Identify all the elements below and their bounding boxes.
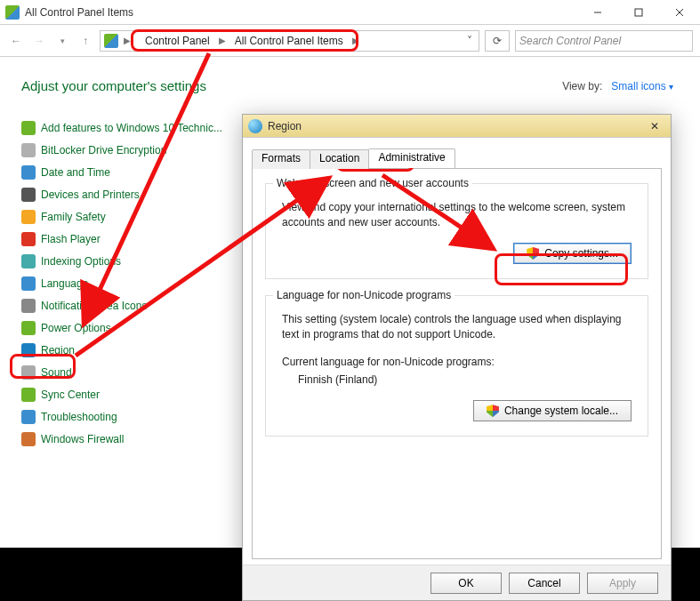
chevron-right-icon: ▶: [217, 36, 228, 45]
maximize-button[interactable]: [618, 0, 659, 25]
close-button[interactable]: [659, 0, 700, 25]
tab-strip: Formats Location Administrative: [252, 148, 662, 168]
cp-item-icon: [21, 276, 36, 291]
cp-item-label: Add features to Windows 10 Technic...: [41, 122, 222, 134]
cp-item-icon: [21, 165, 36, 180]
cp-item-icon: [21, 343, 36, 357]
back-button[interactable]: ←: [7, 32, 25, 50]
dialog-button-row: OK Cancel Apply: [243, 565, 671, 600]
group-non-unicode-text: This setting (system locale) controls th…: [282, 312, 632, 342]
breadcrumbs[interactable]: Control Panel ▶ All Control Panel Items …: [136, 31, 365, 51]
cancel-button[interactable]: Cancel: [509, 573, 580, 594]
dialog-body: Formats Location Administrative Welcome …: [243, 138, 671, 565]
group-welcome-title: Welcome screen and new user accounts: [273, 177, 472, 189]
window-titlebar: All Control Panel Items: [0, 0, 700, 25]
cp-item-label: Power Options: [41, 322, 111, 334]
address-bar[interactable]: ▶ Control Panel ▶ All Control Panel Item…: [100, 30, 479, 52]
minimize-button[interactable]: [577, 0, 618, 25]
tab-page-administrative: Welcome screen and new user accounts Vie…: [252, 168, 662, 559]
cp-item-label: Date and Time: [41, 166, 110, 179]
tab-location[interactable]: Location: [310, 149, 369, 169]
group-non-unicode-title: Language for non-Unicode programs: [273, 289, 455, 301]
dialog-title: Region: [268, 120, 302, 132]
cp-item-label: Flash Player: [41, 233, 101, 245]
refresh-button[interactable]: ⟳: [485, 30, 510, 52]
copy-settings-button[interactable]: Copy settings...: [513, 243, 632, 264]
cp-item-icon: [21, 321, 36, 335]
cp-item-label: Language: [41, 277, 88, 290]
chevron-down-icon: ▾: [669, 82, 673, 92]
cp-item-label: Windows Firewall: [41, 433, 124, 445]
cp-item-icon: [21, 299, 36, 313]
view-by: View by: Small icons ▾: [562, 80, 673, 92]
group-welcome-text: View and copy your international setting…: [282, 200, 632, 230]
group-non-unicode: Language for non-Unicode programs This s…: [265, 295, 648, 437]
cp-item-label: Sound: [41, 366, 72, 379]
cp-item-label: Troubleshooting: [41, 411, 117, 423]
ok-button[interactable]: OK: [430, 573, 502, 594]
breadcrumb-control-panel[interactable]: Control Panel: [140, 35, 215, 47]
view-by-dropdown[interactable]: Small icons ▾: [611, 80, 673, 92]
cp-item-icon: [21, 210, 36, 224]
group-welcome-screen: Welcome screen and new user accounts Vie…: [265, 183, 648, 279]
current-language-label: Current language for non-Unicode program…: [282, 355, 632, 370]
tab-formats[interactable]: Formats: [252, 149, 310, 169]
chevron-right-icon: ▶: [350, 36, 361, 45]
shield-icon: [487, 405, 499, 417]
search-input[interactable]: Search Control Panel: [515, 30, 693, 52]
globe-icon: [248, 119, 262, 133]
cp-item-icon: [21, 254, 36, 268]
forward-button[interactable]: →: [30, 32, 48, 50]
dialog-close-button[interactable]: ✕: [644, 117, 665, 135]
current-language-value: Finnish (Finland): [298, 373, 632, 388]
cp-item-icon: [21, 388, 36, 402]
cp-item-label: Indexing Options: [41, 255, 121, 268]
view-by-label: View by:: [562, 80, 602, 92]
svg-rect-1: [635, 9, 642, 16]
cp-item-label: Notification Area Icons: [41, 300, 147, 312]
chevron-right-icon: ▶: [122, 36, 133, 45]
cp-item-label: Family Safety: [41, 211, 106, 223]
cp-item-icon: [21, 432, 36, 446]
cp-item-label: Devices and Printers: [41, 188, 140, 201]
up-button[interactable]: ↑: [76, 32, 94, 50]
cp-item-icon: [21, 143, 36, 157]
tab-administrative[interactable]: Administrative: [368, 148, 455, 168]
change-system-locale-button[interactable]: Change system locale...: [473, 400, 632, 421]
cp-item-label: Region: [41, 344, 75, 357]
cp-item-icon: [21, 410, 36, 424]
cp-item-icon: [21, 121, 36, 135]
cp-item-icon: [21, 365, 36, 380]
cp-item-label: BitLocker Drive Encryption: [41, 144, 166, 156]
navbar: ← → ▾ ↑ ▶ Control Panel ▶ All Control Pa…: [0, 25, 700, 57]
control-panel-icon: [5, 5, 20, 20]
shield-icon: [527, 247, 539, 260]
region-dialog: Region ✕ Formats Location Administrative…: [242, 114, 672, 601]
addressbar-dropdown[interactable]: ˅: [461, 35, 479, 47]
breadcrumb-all-items[interactable]: All Control Panel Items: [229, 35, 349, 47]
recent-dropdown[interactable]: ▾: [53, 32, 71, 50]
cp-item-label: Sync Center: [41, 389, 100, 401]
address-bar-icon: [104, 34, 118, 48]
apply-button[interactable]: Apply: [587, 573, 658, 594]
cp-item-icon: [21, 188, 36, 202]
window-title: All Control Panel Items: [25, 6, 133, 19]
dialog-titlebar[interactable]: Region ✕: [243, 115, 671, 138]
cp-item-icon: [21, 232, 36, 246]
